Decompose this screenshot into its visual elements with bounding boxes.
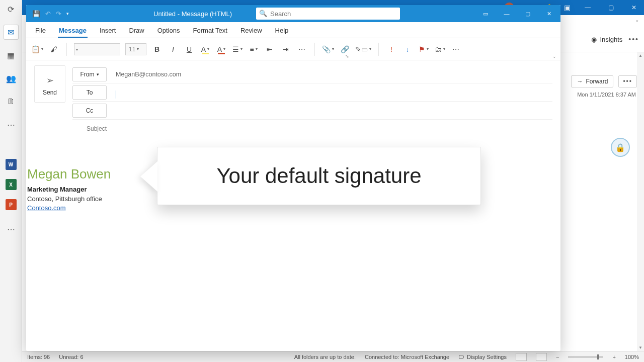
office-rail: ⟳ ✉ ▦ 👥 🗎 ⋯ W X P ⋯: [0, 0, 22, 362]
zoom-in-button[interactable]: +: [612, 354, 615, 360]
calendar-icon[interactable]: ▦: [4, 48, 18, 62]
compose-minimize-button[interactable]: —: [498, 5, 515, 22]
sync-icon[interactable]: ⟳: [4, 2, 18, 16]
tags-overflow-icon[interactable]: ⋯: [450, 43, 461, 56]
to-input[interactable]: [116, 89, 552, 96]
signature-role: Marketing Manager: [27, 185, 111, 195]
font-size-selector[interactable]: 11: [125, 43, 146, 55]
insights-label: Insights: [600, 36, 622, 43]
tab-format-text[interactable]: Format Text: [192, 24, 228, 38]
quick-access-toolbar: 💾 ↶ ↷ ▾: [29, 10, 69, 18]
status-connection: Connected to: Microsoft Exchange: [365, 354, 449, 360]
to-picker-button[interactable]: To: [72, 85, 107, 100]
signature-button[interactable]: ✎▭: [355, 43, 371, 56]
tasks-icon[interactable]: 🗎: [4, 95, 18, 109]
tab-options[interactable]: Options: [156, 24, 181, 38]
ribbon-collapse-icon[interactable]: ⌄: [552, 54, 556, 59]
powerpoint-app-tile[interactable]: P: [6, 199, 17, 210]
tab-insert[interactable]: Insert: [99, 24, 117, 38]
mail-icon[interactable]: ✉: [4, 25, 18, 39]
insert-link-button[interactable]: 🔗: [339, 43, 350, 56]
scroll-down-icon[interactable]: ▼: [637, 345, 644, 350]
compose-tabs: File Message Insert Draw Options Format …: [26, 22, 560, 38]
view-normal-button[interactable]: [516, 353, 527, 361]
app-close-button[interactable]: ✕: [627, 4, 641, 11]
high-importance-button[interactable]: !: [386, 43, 397, 56]
low-importance-button[interactable]: ↓: [402, 43, 413, 56]
reading-scrollbar[interactable]: ▲ ▼: [637, 52, 644, 351]
status-items: Items: 96: [27, 354, 50, 360]
paste-button[interactable]: 📋: [31, 43, 43, 56]
redo-icon[interactable]: ↷: [56, 10, 61, 18]
signature-name: Megan Bowen: [27, 165, 111, 184]
assign-policy-button[interactable]: 🗂: [434, 43, 445, 56]
follow-up-flag-button[interactable]: ⚑: [418, 43, 429, 56]
font-color-button[interactable]: A: [216, 43, 227, 56]
message-actions-overflow[interactable]: •••: [618, 75, 637, 87]
tab-draw[interactable]: Draw: [128, 24, 145, 38]
more-apps-icon[interactable]: ⋯: [4, 118, 18, 132]
word-app-tile[interactable]: W: [6, 159, 17, 170]
bold-button[interactable]: B: [151, 43, 163, 56]
forward-button[interactable]: → Forward: [571, 75, 613, 87]
undo-icon[interactable]: ↶: [45, 10, 51, 18]
compose-header: ➢ Send From ▾ MeganB@contoso.com To Cc S…: [26, 60, 560, 138]
compose-maximize-button[interactable]: ▢: [519, 5, 536, 22]
display-settings-button[interactable]: 🖵 Display Settings: [458, 354, 507, 360]
save-icon[interactable]: 💾: [32, 10, 40, 18]
display-settings-label: Display Settings: [467, 354, 507, 360]
display-settings-icon: 🖵: [458, 354, 464, 360]
ribbon-overflow-icon[interactable]: •••: [628, 35, 639, 43]
forward-label: Forward: [586, 78, 608, 85]
compose-ribbon: 📋 🖌 11 B I U A A ☰ ≡ ⇤ ⇥ ⋯ ⤡ 📎 🔗 ✎▭ !: [26, 38, 560, 60]
format-overflow-icon[interactable]: ⋯: [296, 43, 307, 56]
compose-title: Untitled - Message (HTML): [153, 10, 232, 18]
font-family-selector[interactable]: [74, 43, 120, 55]
more-tiles-icon[interactable]: ⋯: [4, 222, 18, 236]
subject-label: Subject: [72, 125, 116, 132]
highlight-button[interactable]: A: [200, 43, 211, 56]
status-bar: Items: 96 Unread: 6 All folders are up t…: [22, 351, 644, 362]
italic-button[interactable]: I: [168, 43, 179, 56]
status-unread: Unread: 6: [59, 354, 83, 360]
window-switch-icon[interactable]: ▣: [562, 4, 572, 12]
cc-picker-button[interactable]: Cc: [72, 104, 107, 118]
zoom-out-button[interactable]: −: [556, 354, 559, 360]
tab-file[interactable]: File: [34, 24, 47, 38]
increase-indent-button[interactable]: ⇥: [280, 43, 291, 56]
zoom-slider[interactable]: [568, 356, 603, 358]
qat-dropdown-icon[interactable]: ▾: [66, 11, 69, 16]
tab-message[interactable]: Message: [58, 24, 88, 38]
people-icon[interactable]: 👥: [4, 71, 18, 85]
app-maximize-button[interactable]: ▢: [604, 4, 618, 11]
send-label: Send: [43, 89, 57, 96]
underline-button[interactable]: U: [184, 43, 195, 56]
tab-review[interactable]: Review: [239, 24, 263, 38]
compose-body[interactable]: Megan Bowen Marketing Manager Contoso, P…: [26, 138, 560, 351]
compose-ribbon-mode-button[interactable]: ▭: [477, 5, 494, 22]
compose-close-button[interactable]: ✕: [540, 5, 557, 22]
from-picker-button[interactable]: From ▾: [72, 67, 107, 81]
decrease-indent-button[interactable]: ⇤: [264, 43, 275, 56]
status-sync: All folders are up to date.: [294, 354, 356, 360]
insights-button[interactable]: ◉ Insights: [591, 36, 622, 43]
ribbon-collapse-icon[interactable]: ⌄: [635, 17, 639, 23]
subject-input[interactable]: [116, 123, 552, 135]
bullets-button[interactable]: ☰: [232, 43, 243, 56]
send-icon: ➢: [46, 75, 54, 86]
send-button[interactable]: ➢ Send: [34, 65, 65, 103]
format-painter-button[interactable]: 🖌: [48, 43, 59, 56]
tab-help[interactable]: Help: [274, 24, 290, 38]
chevron-down-icon: ▾: [97, 72, 99, 77]
view-reading-button[interactable]: [536, 353, 547, 361]
attach-file-button[interactable]: 📎: [322, 43, 334, 56]
numbering-button[interactable]: ≡: [248, 43, 259, 56]
app-minimize-button[interactable]: —: [581, 4, 595, 11]
excel-app-tile[interactable]: X: [6, 179, 17, 190]
scroll-up-icon[interactable]: ▲: [637, 53, 644, 58]
search-input[interactable]: [270, 10, 396, 18]
signature-link[interactable]: Contoso.com: [27, 204, 66, 212]
callout-text: Your default signature: [216, 164, 421, 188]
search-box[interactable]: 🔍: [256, 8, 400, 20]
compose-titlebar: 💾 ↶ ↷ ▾ Untitled - Message (HTML) 🔍 ▭ — …: [26, 5, 560, 22]
